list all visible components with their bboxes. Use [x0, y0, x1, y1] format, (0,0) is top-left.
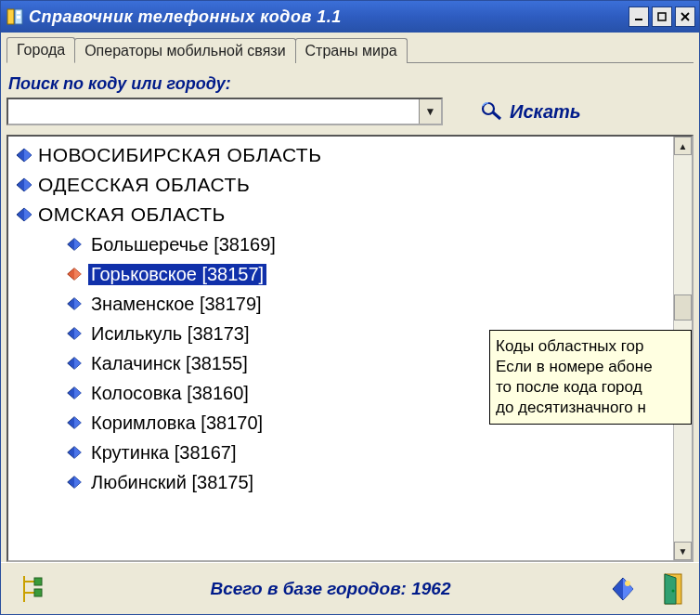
book-icon	[64, 383, 84, 403]
search-button-label: Искать	[510, 101, 581, 123]
tooltip: Коды областных гор Если в номере абоне т…	[489, 330, 692, 425]
tooltip-line: до десятизначного н	[496, 398, 685, 418]
combo-dropdown-button[interactable]: ▼	[419, 99, 441, 124]
svg-point-8	[483, 103, 494, 114]
tree-item-label: Любинский [38175]	[88, 472, 256, 493]
tree-item-label: Исилькуль [38173]	[88, 323, 253, 345]
exit-button[interactable]	[656, 570, 690, 608]
svg-rect-4	[635, 19, 642, 20]
book-icon	[64, 234, 84, 255]
tree-city[interactable]: Любинский [38175]	[8, 467, 673, 497]
tab-strip: Города Операторы мобильной связи Страны …	[6, 36, 694, 63]
status-text: Всего в базе городов: 1962	[55, 579, 606, 599]
statusbar: Всего в базе городов: 1962	[1, 562, 699, 614]
tree-city[interactable]: Крутинка [38167]	[8, 438, 673, 467]
svg-marker-21	[74, 298, 81, 310]
app-icon	[6, 8, 23, 25]
tree-mode-button[interactable]	[10, 572, 55, 606]
book-icon	[64, 294, 84, 314]
svg-point-44	[672, 589, 675, 592]
book-open-icon	[64, 264, 84, 284]
search-input[interactable]	[8, 99, 419, 124]
svg-marker-15	[24, 208, 32, 221]
app-window: Справочник телефонных кодов 1.1 Города О…	[0, 0, 700, 615]
book-icon	[14, 175, 34, 195]
tree-item-label: Коримловка [38170]	[88, 412, 266, 434]
svg-line-9	[493, 112, 500, 119]
tooltip-line: Коды областных гор	[496, 336, 685, 357]
svg-marker-19	[74, 268, 81, 281]
book-icon	[64, 442, 84, 463]
book-icon	[14, 145, 34, 165]
tree-item-label: Большеречье [38169]	[88, 234, 279, 255]
titlebar: Справочник телефонных кодов 1.1	[1, 1, 699, 33]
search-button[interactable]: Искать	[480, 100, 581, 124]
svg-rect-2	[17, 11, 20, 14]
book-icon	[14, 204, 34, 225]
tree-region[interactable]: НОВОСИБИРСКАЯ ОБЛАСТЬ	[8, 140, 673, 170]
svg-marker-11	[24, 149, 32, 162]
tree-city[interactable]: Горьковское [38157]	[8, 259, 673, 289]
tree-item-label: НОВОСИБИРСКАЯ ОБЛАСТЬ	[38, 144, 321, 166]
scroll-down-button[interactable]: ▼	[674, 542, 692, 560]
svg-rect-37	[34, 578, 42, 585]
search-row: ▼ Искать	[6, 98, 694, 125]
svg-marker-33	[74, 477, 81, 489]
book-icon	[64, 412, 84, 433]
search-combo[interactable]: ▼	[6, 98, 443, 125]
svg-marker-17	[74, 239, 81, 251]
book-icon	[64, 353, 84, 373]
client-area: Города Операторы мобильной связи Страны …	[1, 33, 699, 562]
tree-region[interactable]: ОМСКАЯ ОБЛАСТЬ	[8, 200, 673, 229]
scroll-thumb[interactable]	[674, 294, 692, 321]
close-button[interactable]	[675, 7, 695, 27]
tree-item-label: Крутинка [38167]	[88, 442, 240, 464]
tree-item-label: Горьковское [38157]	[88, 264, 266, 285]
search-label: Поиск по коду или городу:	[8, 74, 694, 94]
tab-countries[interactable]: Страны мира	[295, 38, 408, 63]
svg-marker-29	[74, 417, 81, 429]
svg-marker-25	[74, 358, 81, 370]
tree-city[interactable]: Большеречье [38169]	[8, 229, 673, 259]
tooltip-line: то после кода город	[496, 377, 685, 398]
svg-marker-31	[74, 447, 81, 459]
svg-marker-43	[665, 574, 676, 604]
svg-point-41	[625, 581, 630, 586]
tree-panel: НОВОСИБИРСКАЯ ОБЛАСТЬ ОДЕССКАЯ ОБЛАСТЬ О…	[6, 135, 694, 562]
tree-city[interactable]: Знаменское [38179]	[8, 289, 673, 319]
tree-item-label: Калачинск [38155]	[88, 353, 251, 374]
scroll-up-button[interactable]: ▲	[674, 137, 692, 155]
tree-item-label: ОМСКАЯ ОБЛАСТЬ	[38, 203, 226, 226]
svg-marker-13	[24, 178, 32, 191]
svg-rect-38	[34, 589, 42, 596]
book-icon	[64, 323, 84, 344]
window-title: Справочник телефонных кодов 1.1	[29, 7, 626, 27]
svg-marker-27	[74, 387, 81, 399]
maximize-button[interactable]	[652, 7, 672, 27]
tree-item-label: Колосовка [38160]	[88, 383, 252, 404]
svg-rect-3	[17, 16, 20, 19]
minimize-button[interactable]	[629, 7, 649, 27]
magnifier-icon	[480, 100, 504, 124]
book-icon	[64, 472, 84, 492]
tab-cities[interactable]: Города	[6, 37, 75, 63]
svg-rect-5	[658, 13, 666, 20]
tree-item-label: Знаменское [38179]	[88, 294, 265, 315]
svg-rect-0	[7, 9, 14, 24]
tree-item-label: ОДЕССКАЯ ОБЛАСТЬ	[38, 174, 250, 196]
tooltip-line: Если в номере абоне	[496, 357, 685, 377]
tree-region[interactable]: ОДЕССКАЯ ОБЛАСТЬ	[8, 170, 673, 200]
svg-marker-23	[74, 328, 81, 340]
tab-operators[interactable]: Операторы мобильной связи	[74, 38, 295, 63]
help-button[interactable]	[606, 570, 640, 608]
